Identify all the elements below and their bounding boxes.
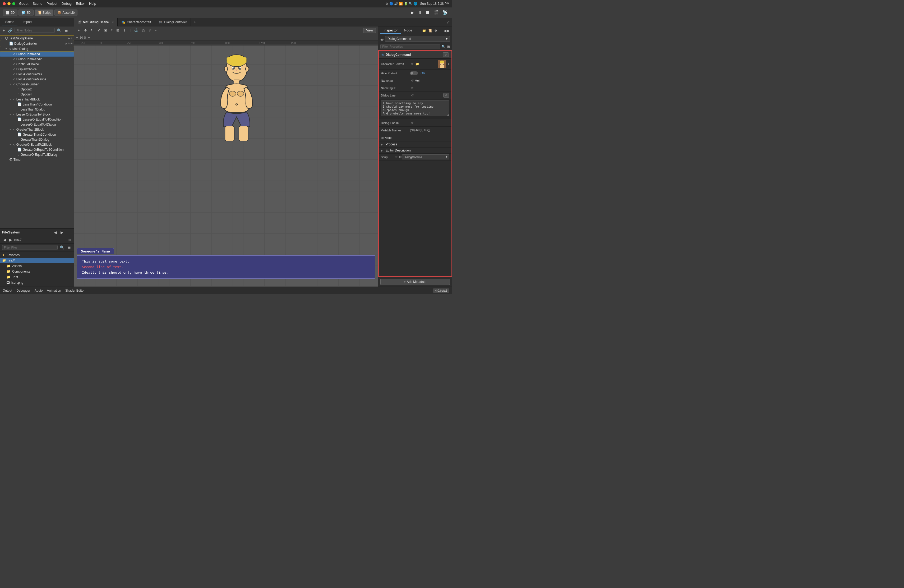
vp-select-button[interactable]: ✦ xyxy=(76,28,82,33)
debug-play-button[interactable]: 🎬 xyxy=(432,9,440,16)
tree-item-timer[interactable]: ⏱Timer xyxy=(0,157,74,162)
fs-forward-button[interactable]: ▶ xyxy=(8,237,13,242)
vp-scale-button[interactable]: ⤢ xyxy=(96,28,101,33)
dialog-line-reset-icon[interactable]: ↺ xyxy=(411,93,414,97)
tab-dialog-controller[interactable]: 🎮 DialogController xyxy=(155,18,191,27)
class-selector[interactable]: DialogCommand ▾ xyxy=(385,36,450,42)
animation-tab[interactable]: Animation xyxy=(47,289,61,292)
expand-all-button[interactable]: ⤢ xyxy=(443,52,449,57)
tab-character-portrait[interactable]: 🎭 CharacterPortrait xyxy=(118,18,155,27)
tree-item-lessthan4condition[interactable]: 📄LessThan4Condition xyxy=(0,102,74,107)
tree-item-dialogcommand[interactable]: ○DialogCommand xyxy=(0,52,74,57)
fs-filter-search-icon[interactable]: 🔍 xyxy=(58,245,65,250)
tree-item-lesserorequalto4dialog[interactable]: ○LesserOrEqualTo4Dialog xyxy=(0,122,74,127)
vp-anchor-button[interactable]: ⚓ xyxy=(133,28,139,33)
add-metadata-button[interactable]: + Add Metadata xyxy=(380,279,450,285)
filter-properties-input[interactable] xyxy=(380,44,440,49)
vp-rotate-button[interactable]: ↻ xyxy=(89,28,95,33)
link-node-button[interactable]: 🔗 xyxy=(7,28,13,33)
inspector-folder-icon[interactable]: 📁 xyxy=(422,29,426,33)
tree-item-lesserorequalto4condition[interactable]: 📄LesserOrEqualTo4Condition xyxy=(0,117,74,122)
tree-item-lessthan4dialog[interactable]: ○LessThan4Dialog xyxy=(0,107,74,112)
view-button[interactable]: View xyxy=(363,28,376,33)
tree-item-continuechoice[interactable]: ○ContinueChoice xyxy=(0,62,74,66)
tree-item-blockcontinueyes[interactable]: ○BlockContinueYes xyxy=(0,72,74,77)
tree-item-greaterthan2dialog[interactable]: ○GreaterThan2Dialog xyxy=(0,137,74,142)
fs-item-icon-png[interactable]: 🖼icon.png xyxy=(0,280,74,285)
mode-assetlib-button[interactable]: 📦 AssetLib xyxy=(54,9,77,16)
pause-button[interactable]: ⏸ xyxy=(416,9,424,16)
fs-filter-options-icon[interactable]: ☰ xyxy=(66,245,72,250)
filter-options-button[interactable]: ☰ xyxy=(63,28,69,33)
dialog-line-textarea[interactable]: I have something to say! I should say mo… xyxy=(381,100,449,116)
stop-button[interactable]: ⏹ xyxy=(424,9,431,16)
fs-back-button[interactable]: ◀ xyxy=(2,237,7,242)
vp-move-button[interactable]: ✥ xyxy=(83,28,88,33)
filter-nodes-input[interactable] xyxy=(14,28,55,33)
play-button[interactable]: ▶ xyxy=(409,9,416,16)
tree-item-maindialog[interactable]: ▾○MainDialog xyxy=(0,46,74,52)
shader-editor-tab[interactable]: Shader Editor xyxy=(65,289,85,292)
fs-item-Components[interactable]: 📁Components xyxy=(0,269,74,274)
filter-options-icon[interactable]: ⊞ xyxy=(447,45,450,49)
script-selector[interactable]: DialogComma ▾ xyxy=(402,154,449,160)
portrait-dropdown-icon[interactable]: ▾ xyxy=(448,62,449,66)
audio-tab[interactable]: Audio xyxy=(35,289,43,292)
scene-options-button[interactable]: ⋮ xyxy=(70,28,74,33)
tab-node[interactable]: Node xyxy=(401,27,415,34)
fs-item-Test[interactable]: 📁Test xyxy=(0,274,74,280)
tree-item-dialogcommand2[interactable]: ○DialogCommand2 xyxy=(0,57,74,62)
fs-options-button[interactable]: ⋮ xyxy=(66,230,72,235)
tree-item-greaterorequalto2dialog[interactable]: ○GreaterOrEqualTo2Dialog xyxy=(0,152,74,157)
tab-inspector[interactable]: Inspector xyxy=(380,27,401,34)
editor-description-section[interactable]: ▶ Editor Description xyxy=(379,147,452,153)
maximize-button[interactable] xyxy=(12,2,15,5)
dialog-line-id-reset-icon[interactable]: ↺ xyxy=(411,121,414,125)
char-portrait-preview[interactable] xyxy=(438,60,446,68)
add-tab-button[interactable]: + xyxy=(191,20,199,25)
mode-2d-button[interactable]: ⬜ 2D xyxy=(3,9,17,16)
nametag-reset-icon[interactable]: ↺ xyxy=(411,79,414,82)
tree-item-greaterthan2condition[interactable]: 📄GreaterThan2Condition xyxy=(0,132,74,137)
vp-2d-button[interactable]: ▣ xyxy=(103,28,108,33)
inspector-next-button[interactable]: ▶ xyxy=(447,28,450,33)
process-section[interactable]: ▶ Process xyxy=(379,141,452,147)
vp-snap-button[interactable]: ⊞ xyxy=(115,28,120,33)
minimize-button[interactable] xyxy=(7,2,11,5)
menu-scene[interactable]: Scene xyxy=(33,2,42,6)
viewport-canvas[interactable]: Someone's Name This is just some text. S… xyxy=(74,46,378,287)
tree-item-blockcontinuemaybe[interactable]: ○BlockContinueMaybe xyxy=(0,77,74,82)
tab-scene[interactable]: Scene xyxy=(2,19,17,25)
char-portrait-reset-icon[interactable]: ↺ xyxy=(411,62,414,66)
inspector-settings-icon[interactable]: ⚙ xyxy=(434,29,437,33)
script-settings-icon[interactable]: ⚙ xyxy=(399,155,402,159)
inspector-more-icon[interactable]: ⋮ xyxy=(439,29,443,33)
zoom-out-button[interactable]: − xyxy=(76,35,78,40)
tree-item-displaychoice[interactable]: ○DisplayChoice xyxy=(0,66,74,72)
tree-item-dialogcontroller[interactable]: 📄DialogController▶✎👁 xyxy=(0,41,74,46)
menu-project[interactable]: Project xyxy=(46,2,57,6)
menu-debug[interactable]: Debug xyxy=(62,2,72,6)
tab-import[interactable]: Import xyxy=(19,19,35,25)
fs-prev-button[interactable]: ◀ xyxy=(53,230,58,235)
vp-pivot-button[interactable]: ◎ xyxy=(141,28,146,33)
dialog-line-text-container[interactable]: I have something to say! I should say mo… xyxy=(379,99,452,119)
search-node-button[interactable]: 🔍 xyxy=(56,28,62,33)
maximize-viewport-button[interactable]: ⤢ xyxy=(444,20,452,25)
vp-flip-button[interactable]: ⇄ xyxy=(147,28,153,33)
script-reset-icon[interactable]: ↺ xyxy=(395,155,398,159)
add-node-button[interactable]: + xyxy=(2,28,6,33)
mode-3d-button[interactable]: 🧊 3D xyxy=(19,9,33,16)
fs-next-button[interactable]: ▶ xyxy=(60,230,65,235)
dialog-line-expand-button[interactable]: ⤢ xyxy=(443,93,449,98)
close-button[interactable] xyxy=(3,2,6,5)
tab-close-icon[interactable]: ✕ xyxy=(112,21,114,24)
vp-more-button[interactable]: ⋮ xyxy=(122,28,128,33)
tree-item-choosenumber[interactable]: ▾○ChooseNumber xyxy=(0,82,74,87)
fs-item-res[interactable]: 📁 res:// xyxy=(0,258,74,263)
remote-debug-button[interactable]: 📡 xyxy=(441,9,449,16)
output-tab[interactable]: Output xyxy=(3,289,12,292)
menu-help[interactable]: Help xyxy=(89,2,96,6)
filter-search-icon[interactable]: 🔍 xyxy=(441,45,446,49)
nametag-id-reset-icon[interactable]: ↺ xyxy=(411,86,414,90)
